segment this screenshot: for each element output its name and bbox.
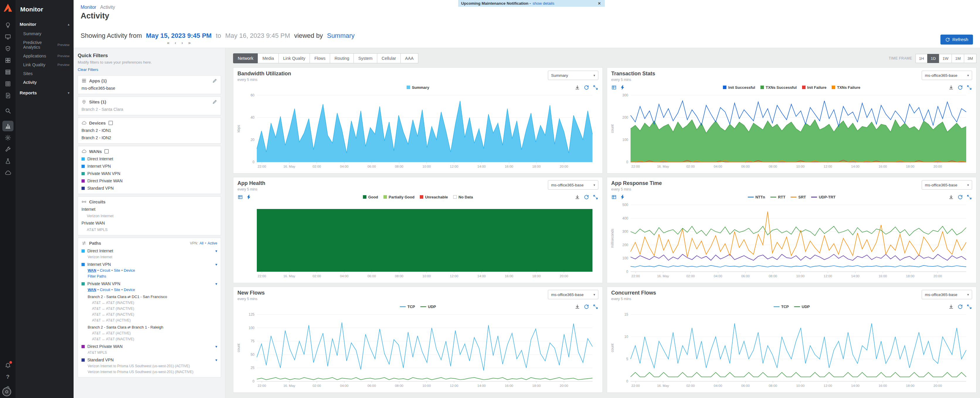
refresh-chart-icon[interactable] — [584, 304, 589, 309]
device-link[interactable]: Device — [124, 269, 135, 272]
wan-link[interactable]: WAN — [88, 288, 96, 292]
path-sub-item[interactable]: Verizon Internet to Prisma US Southwest … — [88, 370, 217, 374]
clear-filters-link[interactable]: Clear Filters — [78, 67, 221, 72]
reports-icon[interactable] — [2, 90, 13, 101]
refresh-chart-icon[interactable] — [584, 85, 589, 90]
sidebar-item-applications[interactable]: ApplicationsPreview — [16, 52, 73, 60]
expand-icon[interactable] — [593, 304, 598, 309]
refresh-button[interactable]: Refresh — [940, 35, 973, 45]
breadcrumb-monitor[interactable]: Monitor — [81, 5, 96, 10]
raw-events-icon[interactable] — [620, 85, 625, 90]
vpn-active-link[interactable]: Active — [208, 241, 217, 245]
path-group-standard-vpn[interactable]: Standard VPN ▾ — [81, 358, 217, 362]
close-icon[interactable]: × — [597, 1, 602, 6]
legend-item[interactable]: NTTn — [748, 195, 765, 199]
tab-flows[interactable]: Flows — [310, 53, 330, 63]
sidebar-item-summary[interactable]: Summary — [16, 29, 73, 38]
chevron-down-icon[interactable]: ▾ — [215, 249, 217, 253]
tab-media[interactable]: Media — [258, 53, 279, 63]
sidebar-item-sites[interactable]: Sites — [16, 69, 73, 78]
timeframe-1w[interactable]: 1W — [939, 54, 952, 63]
wan-link[interactable]: WAN — [88, 269, 96, 272]
legend-item[interactable]: TCP — [774, 304, 789, 309]
devices-checkbox[interactable] — [108, 121, 113, 125]
path-sub-item[interactable]: AT&T MPLS — [88, 350, 217, 355]
legend-item[interactable]: Good — [363, 195, 378, 199]
tools-icon[interactable] — [2, 144, 13, 155]
legend-item[interactable]: RTT — [770, 195, 785, 199]
download-icon[interactable] — [948, 194, 954, 200]
legend-item[interactable]: TXNs Failure — [832, 85, 860, 90]
download-icon[interactable] — [574, 85, 580, 90]
security-icon[interactable] — [2, 43, 13, 54]
timeframe-3m[interactable]: 3M — [964, 54, 977, 63]
expand-icon[interactable] — [967, 304, 972, 309]
timeframe-1d[interactable]: 1D — [927, 54, 939, 63]
table-view-icon[interactable] — [237, 194, 243, 200]
tab-system[interactable]: System — [353, 53, 377, 63]
legend-item[interactable]: Partially Good — [383, 195, 415, 199]
cloud-icon[interactable] — [2, 168, 13, 178]
apps-filter-value[interactable]: ms-office365-base — [81, 86, 217, 91]
tab-aaa[interactable]: AAA — [401, 53, 418, 63]
path-group-internet-vpn[interactable]: Internet VPN ▾ — [81, 262, 217, 267]
circuit-item[interactable]: AT&T MPLS — [87, 228, 217, 232]
nav-section-monitor[interactable]: Monitor ▴ — [16, 18, 73, 29]
device-link[interactable]: Device — [124, 288, 135, 292]
path-leg[interactable]: AT&T ↔ AT&T (ACTIVE) — [92, 331, 217, 335]
download-icon[interactable] — [574, 304, 580, 309]
legend-item[interactable]: Summary — [407, 85, 429, 90]
site-link[interactable]: Site — [114, 269, 120, 272]
sidebar-item-activity[interactable]: Activity — [16, 78, 73, 87]
site-link[interactable]: Site — [114, 288, 120, 292]
prev-page-icon[interactable]: ‹ — [175, 40, 176, 45]
device-item[interactable]: Branch 2 - ION2 — [81, 135, 217, 140]
to-date[interactable]: May 16, 2023 9:45 PM — [225, 31, 290, 40]
path-leg[interactable]: AT&T ↔ AT&T (INACTIVE) — [92, 337, 217, 341]
wan-item[interactable]: Direct Internet — [81, 156, 217, 161]
raw-events-icon[interactable] — [246, 194, 251, 200]
circuit-group[interactable]: Internet — [81, 207, 217, 212]
wans-checkbox[interactable] — [104, 149, 109, 154]
path-pair[interactable]: Branch 2 - Santa Clara ⇄ Branch 1 - Rale… — [88, 325, 217, 330]
legend-item[interactable]: Unreachable — [420, 195, 448, 199]
dashboard-icon[interactable] — [2, 78, 13, 89]
legend-item[interactable]: Init Failure — [802, 85, 827, 90]
timeframe-1m[interactable]: 1M — [951, 54, 964, 63]
show-details-link[interactable]: show details — [533, 1, 554, 6]
table-view-icon[interactable] — [611, 85, 617, 90]
path-group-private-wan-vpn[interactable]: Private WAN VPN ▾ — [81, 281, 217, 286]
device-item[interactable]: Branch 2 - ION1 — [81, 128, 217, 133]
wan-item[interactable]: Standard VPN — [81, 186, 217, 191]
refresh-chart-icon[interactable] — [958, 85, 963, 90]
legend-item[interactable]: SRT — [791, 195, 806, 199]
next-page-icon[interactable]: › — [181, 40, 183, 45]
path-leg[interactable]: AT&T ↔ AT&T (INACTIVE) — [92, 301, 217, 305]
expand-icon[interactable] — [967, 85, 972, 90]
timeframe-1h[interactable]: 1H — [915, 54, 928, 63]
path-leg[interactable]: AT&T ↔ AT&T (INACTIVE) — [92, 312, 217, 317]
search-icon[interactable] — [2, 105, 13, 116]
refresh-chart-icon[interactable] — [584, 194, 589, 200]
sidebar-item-predictive-analytics[interactable]: Predictive AnalyticsPreview — [16, 38, 73, 52]
path-leg[interactable]: AT&T ↔ AT&T (INACTIVE) — [92, 307, 217, 310]
tab-link-quality[interactable]: Link Quality — [278, 53, 310, 63]
viewed-by-value[interactable]: Summary — [327, 31, 355, 40]
chart-scope-select[interactable]: ms-office365-base▾ — [548, 290, 598, 299]
wan-item[interactable]: Direct Private WAN — [81, 178, 217, 183]
last-page-icon[interactable]: » — [188, 40, 191, 45]
expand-icon[interactable] — [593, 85, 598, 90]
from-date[interactable]: May 15, 2023 9:45 PM — [146, 31, 212, 40]
settings-icon[interactable] — [2, 132, 13, 143]
expand-icon[interactable] — [593, 194, 598, 200]
chart-scope-select[interactable]: ms-office365-base▾ — [922, 180, 972, 189]
chart-scope-select[interactable]: ms-office365-base▾ — [922, 290, 972, 299]
help-icon[interactable]: ? — [2, 372, 13, 382]
sidebar-item-link-quality[interactable]: Link QualityPreview — [16, 60, 73, 69]
vpn-all-link[interactable]: All — [200, 241, 204, 245]
refresh-chart-icon[interactable] — [958, 194, 963, 200]
path-sub-item[interactable]: Verizon Internet — [88, 255, 217, 259]
legend-item[interactable]: No Data — [453, 195, 473, 199]
wan-item[interactable]: Private WAN VPN — [81, 171, 217, 176]
notifications-icon[interactable] — [2, 360, 13, 371]
